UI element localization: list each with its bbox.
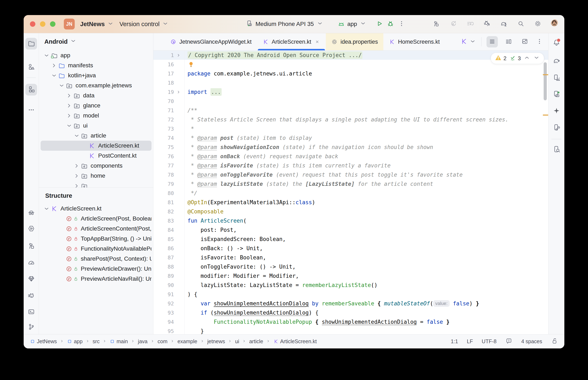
editor-tab-idea.properties[interactable]: idea.properties [326,33,383,50]
tree-item-model[interactable]: model [41,111,151,121]
code-line-90[interactable]: 90 lazyListState: LazyListState = rememb… [153,281,548,290]
next-problem-button[interactable] [533,54,540,63]
gutter[interactable]: 95 [153,326,184,334]
code-line-75[interactable]: 75 * @param showNavigationIcon (state) i… [153,143,548,152]
gemini-tool-button[interactable] [25,273,37,285]
structure-item-4[interactable]: FunctionalityNotAvailablePop [41,244,151,254]
breadcrumb-item-article[interactable]: article [249,338,263,344]
breadcrumb-item-src[interactable]: src [93,338,100,344]
breadcrumb-item-ui[interactable]: ui [235,338,239,344]
code-line-92[interactable]: 92 var showUnimplementedActionDialog by … [153,299,548,308]
gutter[interactable]: 88 [153,262,184,271]
breadcrumb-item-jetnews[interactable]: jetnews [207,338,225,344]
code-line-78[interactable]: 78 * @param onToggleFavorite (event) req… [153,170,548,179]
inspections-highlight-widget[interactable] [505,337,512,346]
editor-tab-HomeScreens.kt[interactable]: HomeScreens.kt [383,33,445,50]
gutter[interactable]: 79 [153,179,184,189]
profiler-actions-button[interactable] [466,20,474,28]
gutter[interactable]: 84 [153,225,184,234]
debug-button[interactable] [386,20,394,28]
settings-button[interactable] [534,20,542,28]
tree-item-app[interactable]: app [41,50,151,60]
code-view-button[interactable] [487,36,498,47]
profiler-tool-button[interactable] [25,257,37,269]
tree-item-home[interactable]: home [41,171,151,181]
gutter[interactable]: 82 [153,207,184,216]
gutter[interactable]: 87 [153,253,184,262]
code-line-16[interactable]: 16 [153,60,548,69]
gutter[interactable]: 77 [153,161,184,170]
gutter[interactable]: 16 [153,60,184,69]
code-line-76[interactable]: 76 * @param onBack (event) request navig… [153,152,548,161]
structure-item-root[interactable]: ArticleScreen.kt [41,204,151,214]
tree-item-ArticleScreen.kt[interactable]: ArticleScreen.kt [41,141,151,151]
device-manager-button[interactable] [550,72,562,84]
editor-options-button[interactable] [535,38,543,46]
project-view-mode-selector[interactable]: Android [39,33,153,50]
gutter[interactable]: 17 [153,69,184,78]
indent-widget[interactable]: 4 spaces [521,338,542,344]
resource-manager-button[interactable] [25,61,37,73]
split-view-button[interactable] [503,36,514,47]
gutter[interactable]: 90 [153,281,184,290]
code-line-72[interactable]: 72 * Stateless Article Screen that displ… [153,115,548,124]
code-line-17[interactable]: 17package com.example.jetnews.ui.article [153,69,548,78]
tree-item-data[interactable]: data [41,91,151,100]
run-configuration-selector[interactable]: app [338,20,367,28]
structure-item-6[interactable]: PreviewArticleDrawer(): Unit [41,264,151,274]
warning-stripe-mark[interactable] [543,114,548,115]
code-line-83[interactable]: 83fun ArticleScreen( [153,216,548,225]
gutter[interactable]: 83 [153,216,184,225]
gutter[interactable]: 94 [153,317,184,326]
breadcrumb-item-com[interactable]: com [158,338,167,344]
line-ending-widget[interactable]: LF [467,338,473,344]
vcs-widget[interactable]: Version control [120,20,169,28]
tree-item-kotlin+java[interactable]: kotlin+java [41,70,151,80]
minimize-window-button[interactable] [40,21,45,27]
code-line-70[interactable]: 70 [153,96,548,106]
gutter[interactable]: 19 [153,87,184,96]
breadcrumb-item-app[interactable]: app [67,338,83,344]
inspections-widget[interactable]: 2 3 [491,53,544,64]
structure-item-7[interactable]: PreviewArticleNavRail(): Unit [41,274,151,284]
tree-item-glance[interactable]: glance [41,100,151,111]
tree-item-PostContent.kt[interactable]: PostContent.kt [41,151,151,161]
gradle-sync-button[interactable] [500,20,508,28]
code-line-79[interactable]: 79 * @param lazyListState (state) the [L… [153,179,548,189]
tree-item-manifests[interactable]: manifests [41,60,151,70]
tree-item-clipped[interactable] [41,181,151,188]
code-line-94[interactable]: 94 FunctionalityNotAvailablePopup { show… [153,317,548,326]
warning-stripe-mark[interactable] [543,74,548,75]
maximize-window-button[interactable] [50,21,56,27]
gutter[interactable]: 92 [153,299,184,308]
gutter[interactable]: 91 [153,290,184,299]
gutter[interactable]: 80 [153,189,184,198]
search-everywhere-button[interactable] [517,20,525,28]
more-tool-windows-button[interactable] [25,104,37,116]
passed-inspections-count[interactable]: 3 [509,54,521,63]
gutter[interactable]: 85 [153,234,184,244]
code-line-81[interactable]: 81@OptIn(ExperimentalMaterial3Api::class… [153,198,548,207]
gutter[interactable]: 78 [153,170,184,179]
tree-item-ui[interactable]: ui [41,121,151,131]
run-button[interactable] [375,20,383,28]
code-line-1[interactable]: 1/ Copyright 2020 The Android Open Sourc… [153,51,548,60]
code-line-71[interactable]: 71/** [153,106,548,115]
project-tool-button[interactable] [25,38,37,50]
code-line-95[interactable]: 95 } [153,326,548,334]
code-line-84[interactable]: 84 post: Post, [153,225,548,234]
breadcrumb-item-example[interactable]: example [178,338,197,344]
gutter[interactable]: 93 [153,308,184,317]
editor-tab-ArticleScreen.kt[interactable]: ArticleScreen.kt [257,33,326,50]
breadcrumb-item-ArticleScreen.kt[interactable]: ArticleScreen.kt [273,338,317,344]
code-line-18[interactable]: 18 [153,78,548,87]
breadcrumb-item-main[interactable]: main [110,338,128,344]
gradle-tool-button[interactable] [550,55,562,67]
warnings-count[interactable]: 2 [495,54,507,63]
editor-scrollbar[interactable] [544,62,547,100]
code-line-19[interactable]: 19import ... [153,87,548,96]
gutter[interactable]: 72 [153,115,184,124]
project-switcher[interactable]: JetNews [80,20,114,28]
code-line-93[interactable]: 93 if (showUnimplementedActionDialog) { [153,308,548,317]
code-line-80[interactable]: 80 */ [153,189,548,198]
